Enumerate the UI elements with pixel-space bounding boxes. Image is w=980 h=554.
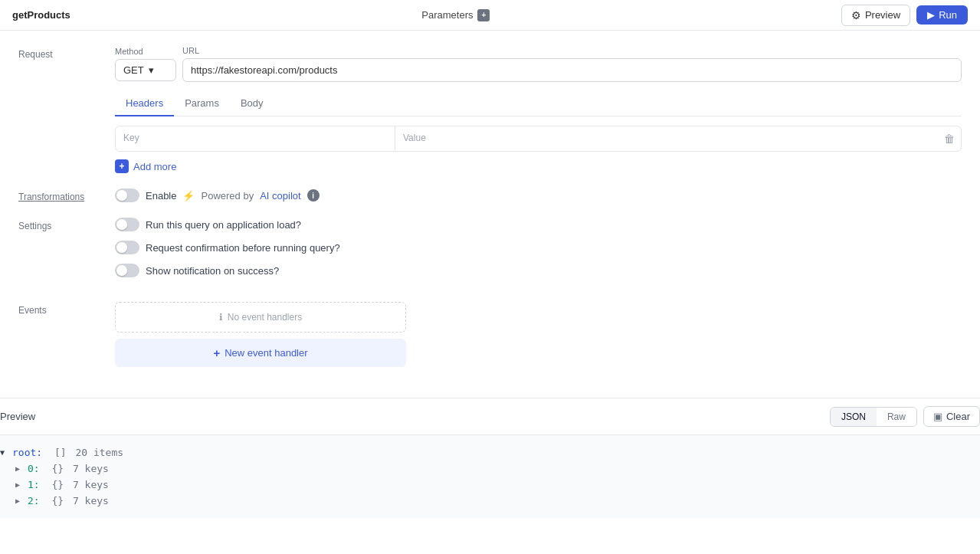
- tree-child-2: ▶ 2: {} 7 keys: [15, 493, 980, 509]
- run-on-load-toggle[interactable]: [115, 218, 139, 231]
- transformations-toggle[interactable]: [115, 188, 139, 202]
- toggle-knob: [116, 265, 127, 276]
- chevron-right-icon: ▶: [15, 480, 25, 489]
- root-key: root:: [12, 447, 42, 458]
- events-empty: ℹ No event handlers: [115, 302, 406, 333]
- params-label: Parameters: [421, 9, 473, 21]
- chevron-down-icon: ▼: [0, 448, 9, 457]
- child-0-type: {}: [51, 463, 64, 474]
- json-tab-button[interactable]: JSON: [831, 408, 877, 426]
- json-raw-tab-group: JSON Raw: [830, 407, 917, 427]
- clear-button[interactable]: ▣ Clear: [923, 406, 980, 427]
- transformations-body: Enable ⚡ Powered by AI copilot i: [115, 188, 962, 202]
- info-icon[interactable]: i: [307, 189, 320, 202]
- preview-icon: ⚙: [851, 9, 861, 21]
- run-icon: ▶: [927, 9, 935, 21]
- topbar-actions: ⚙ Preview ▶ Run: [841, 5, 968, 26]
- settings-body: Run this query on application load? Requ…: [115, 218, 962, 287]
- headers-table: Key Value 🗑: [115, 126, 962, 152]
- confirm-before-run-label: Request confirmation before running quer…: [146, 242, 340, 254]
- events-section: Events ℹ No event handlers + New event h…: [18, 302, 962, 367]
- run-on-load-label: Run this query on application load?: [146, 219, 301, 231]
- setting-show-notification: Show notification on success?: [115, 264, 962, 277]
- method-wrapper: Method GET ▾: [115, 47, 176, 81]
- setting-confirm-before-run: Request confirmation before running quer…: [115, 241, 962, 254]
- child-1-count: 7 keys: [67, 479, 109, 490]
- trash-icon: 🗑: [944, 133, 955, 145]
- headers-row: Key Value 🗑: [116, 126, 961, 151]
- url-input[interactable]: [182, 58, 962, 82]
- transformations-section: Transformations Enable ⚡ Powered by AI c…: [18, 188, 962, 202]
- events-label: Events: [18, 302, 103, 316]
- json-tree: ▼ root: [] 20 items ▶ 0: {} 7 keys ▶ 1: …: [0, 435, 980, 518]
- url-wrapper: URL: [182, 46, 962, 82]
- tree-item-0[interactable]: ▶ 0: {} 7 keys: [15, 461, 980, 477]
- child-2-type: {}: [51, 495, 64, 506]
- tab-params[interactable]: Params: [174, 91, 230, 116]
- header-value-input[interactable]: Value: [395, 126, 938, 151]
- request-tabs: Headers Params Body: [115, 91, 962, 116]
- tree-item-2[interactable]: ▶ 2: {} 7 keys: [15, 493, 980, 509]
- method-label: Method: [115, 47, 176, 56]
- tab-headers[interactable]: Headers: [115, 91, 174, 116]
- ai-copilot-link[interactable]: AI copilot: [260, 190, 300, 202]
- tree-item-1[interactable]: ▶ 1: {} 7 keys: [15, 477, 980, 493]
- root-count: 20 items: [70, 447, 123, 458]
- transform-row: Enable ⚡ Powered by AI copilot i: [115, 188, 962, 202]
- plus-icon: +: [115, 159, 129, 173]
- empty-events-label: No event handlers: [228, 312, 302, 323]
- request-label: Request: [18, 46, 103, 60]
- topbar: getProducts Parameters + ⚙ Preview ▶ Run: [0, 0, 980, 31]
- preview-actions: JSON Raw ▣ Clear: [830, 406, 980, 427]
- header-delete-button[interactable]: 🗑: [938, 126, 961, 151]
- info-circle-icon: ℹ: [219, 312, 223, 323]
- toggle-knob: [116, 190, 127, 201]
- child-1-key: 1:: [28, 479, 40, 490]
- chevron-down-icon: ▾: [149, 64, 154, 76]
- add-more-button[interactable]: + Add more: [115, 159, 176, 173]
- settings-section: Settings Run this query on application l…: [18, 218, 962, 287]
- preview-button[interactable]: ⚙ Preview: [841, 5, 910, 26]
- add-param-button[interactable]: +: [477, 9, 490, 21]
- enable-label: Enable: [146, 190, 176, 202]
- request-section: Request Method GET ▾ URL Headers Para: [18, 46, 962, 173]
- add-more-label: Add more: [133, 161, 176, 172]
- confirm-before-run-toggle[interactable]: [115, 241, 139, 254]
- preview-title: Preview: [0, 411, 35, 422]
- child-1-type: {}: [51, 479, 64, 490]
- tree-root[interactable]: ▼ root: [] 20 items: [0, 444, 980, 461]
- new-event-label: New event handler: [225, 347, 307, 359]
- child-2-count: 7 keys: [67, 495, 109, 506]
- header-key-input[interactable]: Key: [116, 126, 395, 151]
- child-0-key: 0:: [28, 463, 40, 474]
- topbar-center: Parameters +: [421, 9, 490, 21]
- toggle-knob: [116, 242, 127, 253]
- chevron-right-icon: ▶: [15, 497, 25, 505]
- events-body: ℹ No event handlers + New event handler: [115, 302, 962, 367]
- tree-child-0: ▶ 0: {} 7 keys: [15, 461, 980, 477]
- raw-tab-button[interactable]: Raw: [877, 408, 916, 426]
- tab-body[interactable]: Body: [230, 91, 274, 116]
- new-event-plus-icon: +: [213, 346, 220, 359]
- child-2-key: 2:: [28, 495, 40, 506]
- method-select[interactable]: GET ▾: [115, 59, 176, 81]
- root-type: []: [54, 447, 67, 458]
- preview-panel: Preview JSON Raw ▣ Clear ▼ root: [] 20 i…: [0, 398, 980, 518]
- chevron-right-icon: ▶: [15, 464, 25, 473]
- clear-icon: ▣: [933, 411, 942, 422]
- settings-label: Settings: [18, 218, 103, 231]
- new-event-button[interactable]: + New event handler: [115, 339, 406, 367]
- toggle-knob: [116, 219, 127, 230]
- setting-run-on-load: Run this query on application load?: [115, 218, 962, 231]
- show-notification-toggle[interactable]: [115, 264, 139, 277]
- show-notification-label: Show notification on success?: [146, 265, 279, 277]
- main-content: Request Method GET ▾ URL Headers Para: [0, 31, 980, 398]
- tree-child-1: ▶ 1: {} 7 keys: [15, 477, 980, 493]
- clear-label: Clear: [946, 411, 970, 422]
- child-0-count: 7 keys: [67, 463, 109, 474]
- url-label: URL: [182, 46, 962, 55]
- lightning-icon: ⚡: [182, 190, 195, 202]
- transformations-label[interactable]: Transformations: [18, 188, 103, 202]
- run-button[interactable]: ▶ Run: [916, 5, 968, 25]
- method-url-row: Method GET ▾ URL: [115, 46, 962, 82]
